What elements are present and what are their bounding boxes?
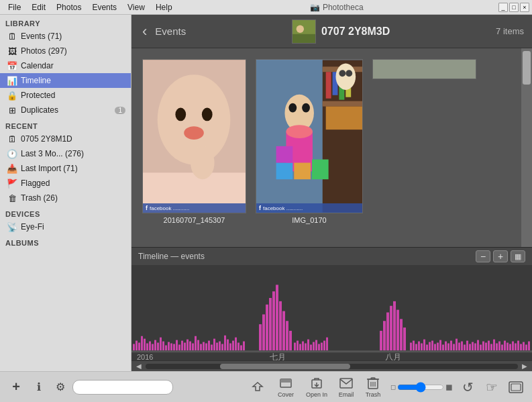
rotate-button[interactable]: ↺ [457, 376, 478, 398]
svg-rect-60 [205, 344, 207, 351]
svg-rect-77 [266, 305, 268, 351]
chart-view-button[interactable]: ▦ [511, 250, 525, 262]
content-scrollbar[interactable] [521, 48, 532, 247]
svg-rect-56 [195, 336, 197, 351]
svg-point-9 [191, 146, 215, 179]
svg-rect-74 [243, 342, 245, 351]
share-button[interactable] [246, 378, 270, 396]
photo-grid: f facebook ........... 20160707_145307 [131, 48, 521, 247]
add-button[interactable]: + [5, 379, 27, 396]
svg-rect-76 [262, 314, 265, 350]
sidebar-item-lastimport[interactable]: 📥 Last Import (71) [0, 161, 131, 176]
open-in-button[interactable]: Open In [302, 374, 331, 399]
menu-file[interactable]: File [3, 1, 26, 13]
back-button[interactable]: ‹ [140, 23, 150, 40]
sidebar-item-eyefi[interactable]: 📡 Eye-Fi [0, 219, 131, 234]
timeline-section: Timeline — events − + ▦ [131, 247, 532, 371]
svg-rect-52 [184, 343, 186, 351]
sidebar-item-label: Duplicates [21, 105, 58, 115]
sidebar-item-photos[interactable]: 🖼 Photos (297) [0, 44, 131, 58]
sidebar-item-label: Trash (26) [21, 193, 58, 203]
search-input[interactable] [72, 380, 173, 395]
zoom-out-button[interactable]: − [476, 250, 490, 262]
svg-rect-166 [511, 384, 521, 391]
svg-rect-145 [515, 344, 517, 351]
sidebar-item-last3m[interactable]: 🕐 Last 3 Mo... (276) [0, 146, 131, 161]
sidebar-item-trash[interactable]: 🗑 Trash (26) [0, 191, 131, 205]
zoom-in-button[interactable]: + [493, 250, 508, 262]
duplicates-badge: 1 [115, 107, 125, 114]
event-name: 0707 2Y8M3D [321, 26, 390, 38]
email-button[interactable]: Email [334, 374, 358, 399]
svg-rect-116 [437, 343, 439, 351]
sidebar-item-protected[interactable]: 🔒 Protected [0, 88, 131, 103]
maximize-button[interactable]: □ [509, 3, 519, 12]
svg-rect-46 [168, 342, 170, 351]
settings-button[interactable]: ⚙ [51, 379, 70, 396]
svg-rect-59 [203, 342, 205, 351]
svg-rect-105 [403, 328, 406, 350]
svg-text:2016: 2016 [137, 353, 153, 360]
svg-rect-136 [490, 344, 492, 351]
svg-point-23 [288, 103, 297, 113]
fullscreen-button[interactable] [505, 376, 527, 398]
svg-rect-104 [400, 319, 403, 350]
trash-button[interactable]: Trash [361, 374, 385, 399]
photo-item[interactable]: f facebook ........... IMG_0170 [256, 59, 363, 224]
svg-rect-124 [458, 343, 460, 351]
svg-rect-31 [373, 60, 476, 79]
photo-item-partial[interactable] [372, 59, 476, 224]
menu-view[interactable]: View [122, 1, 150, 13]
svg-rect-82 [282, 311, 285, 351]
svg-rect-114 [431, 341, 433, 351]
menu-help[interactable]: Help [150, 1, 178, 13]
svg-point-21 [345, 70, 352, 77]
sidebar-item-events[interactable]: 🗓 Events (71) [0, 29, 131, 44]
svg-rect-135 [488, 341, 490, 351]
svg-point-7 [184, 126, 204, 140]
tl-scroll-thumb[interactable] [220, 364, 350, 369]
svg-rect-111 [423, 340, 425, 351]
sidebar-item-calendar[interactable]: 📅 Calendar [0, 58, 131, 73]
protected-icon: 🔒 [7, 90, 17, 101]
menu-edit[interactable]: Edit [26, 1, 51, 13]
size-slider[interactable] [397, 383, 444, 392]
svg-rect-129 [472, 342, 474, 351]
menu-photos[interactable]: Photos [51, 1, 87, 13]
svg-rect-106 [410, 343, 412, 351]
svg-rect-70 [232, 341, 234, 351]
event-icon: 🗓 [7, 134, 17, 144]
svg-rect-64 [216, 343, 218, 351]
svg-rect-139 [498, 342, 500, 351]
cover-button[interactable]: Cover [272, 374, 299, 399]
photo-thumb: f facebook ........... [256, 59, 363, 213]
svg-rect-147 [520, 344, 522, 351]
close-button[interactable]: × [520, 3, 529, 12]
svg-rect-120 [447, 344, 449, 351]
svg-rect-119 [445, 342, 447, 351]
info-button[interactable]: ℹ [30, 379, 48, 396]
menu-events[interactable]: Events [87, 1, 122, 13]
svg-rect-66 [221, 344, 223, 351]
svg-rect-90 [307, 340, 309, 351]
svg-rect-96 [323, 341, 325, 351]
tl-scroll-right-arrow[interactable]: ▶ [520, 362, 529, 370]
sidebar-item-flagged[interactable]: 🚩 Flagged [0, 176, 131, 191]
photo-item[interactable]: f facebook ........... 20160707_145307 [142, 59, 246, 224]
timeline-scrollbar[interactable]: ◀ ▶ [131, 360, 532, 371]
cursor-button[interactable]: ☞ [481, 376, 502, 398]
sidebar-item-album1[interactable]: 🗓 0705 2Y8M1D [0, 132, 131, 146]
sidebar-item-duplicates[interactable]: ⊞ Duplicates 1 [0, 103, 131, 117]
tl-scroll-track[interactable] [146, 364, 518, 369]
minimize-button[interactable]: _ [498, 3, 508, 12]
svg-rect-39 [149, 342, 151, 351]
open-in-label: Open In [306, 391, 327, 398]
svg-rect-109 [418, 342, 420, 351]
tl-scroll-left-arrow[interactable]: ◀ [134, 362, 144, 370]
svg-rect-55 [192, 344, 194, 351]
svg-rect-99 [383, 321, 386, 350]
svg-rect-103 [396, 310, 399, 351]
sidebar-item-timeline[interactable]: 📊 Timeline [0, 73, 131, 88]
svg-rect-97 [326, 338, 328, 351]
cursor-icon: ☞ [482, 378, 501, 397]
